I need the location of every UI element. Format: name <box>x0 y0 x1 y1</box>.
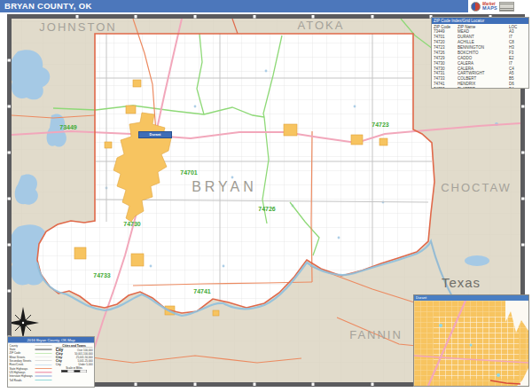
legend-item-label: Interstate Highways <box>10 375 35 378</box>
zip-label-74723: 74723 <box>372 122 388 128</box>
legend-line-sample <box>35 368 52 369</box>
name-cell: PLATTER <box>458 87 509 89</box>
legend-item-label: Secondary Streets <box>10 359 35 362</box>
zip-table-row: 74753PLATTERB4 <box>432 87 529 89</box>
legend-item-label: ZIP Code <box>10 352 35 355</box>
legend-item-label: Minor Streets <box>10 356 35 358</box>
scale-bar <box>61 370 87 372</box>
inset-title: Durant <box>414 295 528 301</box>
zip-cell: 74753 <box>432 87 458 89</box>
legend-item-label: State Highways <box>10 367 35 370</box>
cities-header: Cities and Towns <box>56 344 93 348</box>
legend-line-sample <box>35 365 52 365</box>
zip-label-74733: 74733 <box>93 272 110 278</box>
legend-item-label: River/Creek <box>10 364 35 366</box>
legend-cities: Cities and Towns CityOver 100,000 City50… <box>56 344 93 382</box>
legend-line-sample <box>35 345 52 346</box>
loc-cell: B4 <box>509 87 527 89</box>
legend-line-sample <box>35 360 52 361</box>
county-label-fannin: FANNIN <box>349 328 403 341</box>
map-legend: 2016 Bryan County, OK Map County State Z… <box>7 336 95 388</box>
durant-inset-map: Durant <box>413 294 529 387</box>
county-label-choctaw: CHOCTAW <box>441 181 512 194</box>
county-label-johnston: JOHNSTON <box>39 20 116 34</box>
zip-label-74730: 74730 <box>123 221 140 227</box>
legend-line-sample <box>35 357 52 357</box>
legend-item-label: Toll Roads <box>10 379 35 381</box>
city-size-name: City <box>56 362 61 365</box>
county-label-atoka: ATOKA <box>298 19 345 32</box>
zip-label-74701: 74701 <box>180 169 197 176</box>
city-size-range: Under 5,000 <box>79 363 93 365</box>
zip-table-header: ZIP Code Index/Grid Locator <box>432 18 529 24</box>
inset-street-map <box>414 301 528 386</box>
legend-symbols: County State ZIP Code Minor Streets Seco… <box>10 344 54 382</box>
state-label-texas: Texas <box>442 275 481 290</box>
map-page: BRYAN COUNTY, OK Market MAPS <box>0 0 532 392</box>
legend-item-label: State <box>10 348 35 350</box>
legend-line-sample <box>35 349 52 349</box>
zip-label-74741: 74741 <box>193 288 210 294</box>
legend-item-label: County <box>10 344 35 347</box>
legend-line-sample <box>35 380 52 380</box>
zip-label-74726: 74726 <box>258 206 275 212</box>
legend-line-sample <box>35 375 52 376</box>
zip-label-73449: 73449 <box>59 124 76 130</box>
legend-item-label: US Highways <box>10 371 35 373</box>
inset-title-bar: Durant <box>414 295 528 301</box>
legend-line-sample <box>35 372 52 372</box>
zip-index-table: ZIP Code Index/Grid Locator ZIP Code ZIP… <box>431 17 529 89</box>
county-label-bryan: BRYAN <box>192 179 257 195</box>
city-label-durant: Durant <box>138 131 172 138</box>
legend-line-sample <box>35 353 52 354</box>
